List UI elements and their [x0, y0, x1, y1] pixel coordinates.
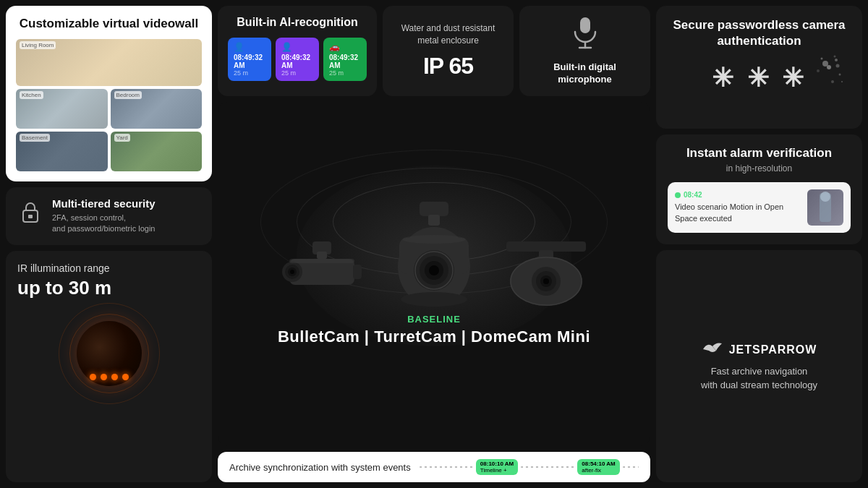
svg-point-39 — [836, 64, 840, 68]
ai-badge-person2: 👤 08:49:32 AM 25 m — [276, 38, 319, 81]
center-top-row: Built-in AI-recognition 👤 08:49:32 AM 25… — [218, 6, 650, 96]
room-yard-cell: Yard — [111, 132, 203, 171]
ir-led — [90, 374, 96, 380]
asterisk2: ✳ — [747, 63, 772, 93]
microphone-icon — [572, 16, 598, 56]
videowall-grid: Living Room Kitchen Bedroom Basement Yar… — [16, 39, 202, 171]
room-kitchen-label: Kitchen — [20, 91, 43, 99]
archive-label: Archive synchronization with system even… — [229, 462, 411, 473]
ai-badge-vehicle: 🚗 08:49:32 AM 25 m — [323, 38, 367, 81]
svg-point-24 — [402, 235, 466, 244]
asterisk1: ✳ — [712, 63, 736, 93]
videowall-card: Customizable virtual videowall Living Ro… — [6, 6, 212, 181]
svg-point-34 — [835, 59, 838, 61]
security-desc: 2FA, session control,and password/biomet… — [52, 213, 156, 235]
svg-point-38 — [822, 61, 828, 67]
center-column: Built-in AI-recognition 👤 08:49:32 AM 25… — [218, 6, 650, 482]
passwordless-title: Secure passwordless camera authenticatio… — [668, 17, 851, 49]
alarm-green-dot — [675, 192, 681, 198]
brand-rest: ASELINE — [415, 314, 461, 325]
bullet-cam — [275, 241, 369, 307]
ir-range: up to 30 m — [17, 277, 200, 299]
room-basement-label: Basement — [20, 134, 50, 142]
alarm-title: Instant alarm verification — [668, 146, 851, 160]
archive-bar: Archive synchronization with system even… — [218, 452, 650, 482]
archive-event-1-time: 08:10:10 AM — [480, 461, 514, 467]
svg-point-35 — [839, 74, 841, 76]
svg-rect-15 — [428, 215, 440, 226]
camera-models: BulletCam | TurretCam | DomeCam Mini — [278, 328, 590, 346]
ip65-title: Water and dust resistant metal enclosure — [393, 22, 503, 47]
alarm-notif-time: 08:42 — [675, 191, 800, 199]
room-living-cell: Living Room — [16, 39, 202, 86]
archive-event-2-time: 08:54:10 AM — [582, 461, 615, 467]
timeline-dots-right — [623, 466, 639, 468]
archive-event-1-sub: Timeline + — [480, 467, 514, 474]
right-column: Secure passwordless camera authenticatio… — [656, 6, 862, 482]
brand-name: BASELINE — [407, 314, 461, 325]
asterisk-group: ✳ ✳ ✳ — [712, 63, 806, 93]
svg-rect-2 — [580, 17, 590, 33]
ai-badge-time2: 08:49:32 AM — [281, 53, 313, 69]
svg-point-23 — [401, 292, 467, 307]
svg-point-11 — [290, 270, 294, 274]
alarm-thumbnail — [807, 189, 843, 226]
svg-point-21 — [429, 265, 439, 275]
room-basement-cell: Basement — [16, 132, 108, 171]
ir-led — [101, 374, 107, 380]
svg-point-37 — [821, 58, 823, 60]
ai-badges: 👤 08:49:32 AM 25 m 👤 08:49:32 AM 25 m 🚗 … — [228, 38, 367, 81]
videowall-title: Customizable virtual videowall — [16, 16, 202, 32]
svg-point-33 — [827, 65, 831, 69]
jetsparrow-card: JETSPARROW Fast archive navigationwith d… — [656, 250, 862, 482]
jetsparrow-icon — [702, 341, 723, 359]
svg-point-41 — [817, 69, 820, 72]
room-bedroom-cell: Bedroom — [111, 89, 203, 129]
cameras-row — [275, 202, 593, 307]
alarm-notif-text: 08:42 Video scenario Motion in Open Spac… — [675, 191, 800, 224]
ir-card: IR illumination range up to 30 m — [6, 251, 212, 482]
svg-point-31 — [543, 278, 549, 284]
alarm-sub: in high-resolution — [668, 163, 851, 174]
dome-cam-svg — [499, 241, 593, 307]
bullet-cam-svg — [275, 241, 369, 307]
svg-point-40 — [834, 56, 836, 58]
room-yard-label: Yard — [114, 134, 130, 142]
ip65-badge: IP 65 — [423, 53, 473, 80]
passwordless-card: Secure passwordless camera authenticatio… — [656, 6, 862, 129]
svg-point-44 — [820, 192, 830, 202]
ai-badge-person1: 👤 08:49:32 AM 25 m — [228, 38, 271, 81]
svg-rect-14 — [420, 202, 448, 216]
ir-title: IR illumination range — [17, 262, 200, 274]
asterisk3: ✳ — [782, 63, 807, 93]
security-card: Multi-tiered security 2FA, session contr… — [6, 187, 212, 245]
ai-recognition-card: Built-in AI-recognition 👤 08:49:32 AM 25… — [218, 6, 377, 96]
svg-rect-13 — [353, 265, 362, 279]
microphone-card: Built-in digital microphone — [519, 6, 650, 96]
jetsparrow-logo: JETSPARROW — [702, 341, 817, 359]
turret-cam — [383, 202, 485, 307]
ai-badge-dist2: 25 m — [281, 69, 313, 77]
svg-point-36 — [831, 80, 834, 83]
ir-camera-visual — [55, 307, 163, 401]
alarm-notification: 08:42 Video scenario Motion in Open Spac… — [668, 182, 851, 233]
ai-title: Built-in AI-recognition — [228, 16, 367, 29]
archive-timeline-container[interactable]: 08:10:10 AM Timeline + 08:54:10 AM after… — [420, 459, 639, 475]
room-bedroom-label: Bedroom — [114, 91, 142, 99]
security-icon — [17, 200, 43, 231]
jetsparrow-desc: Fast archive navigationwith dual stream … — [701, 365, 817, 391]
svg-rect-1 — [28, 215, 33, 218]
archive-event-2: 08:54:10 AM after-fix — [577, 459, 619, 475]
alarm-time-text: 08:42 — [684, 191, 702, 199]
ai-badge-time3: 08:49:32 AM — [329, 53, 361, 69]
person-icon: 👤 — [234, 42, 265, 52]
svg-rect-6 — [317, 252, 327, 259]
left-column: Customizable virtual videowall Living Ro… — [6, 6, 212, 482]
ir-led — [122, 374, 129, 380]
timeline-dots-left — [420, 466, 473, 468]
svg-point-42 — [841, 81, 843, 82]
ip65-badge-text: IP 65 — [423, 53, 473, 79]
jetsparrow-name: JETSPARROW — [729, 343, 817, 356]
archive-event-2-sub: after-fix — [582, 467, 615, 474]
dome-cam — [499, 241, 593, 307]
